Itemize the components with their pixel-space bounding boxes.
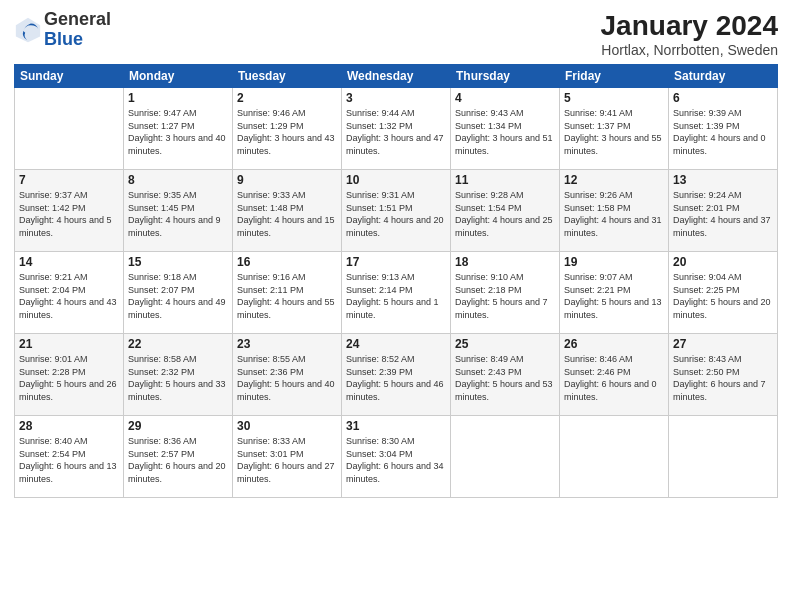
calendar-cell: 10Sunrise: 9:31 AM Sunset: 1:51 PM Dayli… bbox=[342, 170, 451, 252]
day-info: Sunrise: 9:43 AM Sunset: 1:34 PM Dayligh… bbox=[455, 107, 555, 157]
day-info: Sunrise: 9:28 AM Sunset: 1:54 PM Dayligh… bbox=[455, 189, 555, 239]
day-info: Sunrise: 9:37 AM Sunset: 1:42 PM Dayligh… bbox=[19, 189, 119, 239]
week-row-2: 7Sunrise: 9:37 AM Sunset: 1:42 PM Daylig… bbox=[15, 170, 778, 252]
day-number: 10 bbox=[346, 173, 446, 187]
day-number: 25 bbox=[455, 337, 555, 351]
week-row-3: 14Sunrise: 9:21 AM Sunset: 2:04 PM Dayli… bbox=[15, 252, 778, 334]
day-number: 20 bbox=[673, 255, 773, 269]
day-number: 17 bbox=[346, 255, 446, 269]
day-info: Sunrise: 9:31 AM Sunset: 1:51 PM Dayligh… bbox=[346, 189, 446, 239]
day-info: Sunrise: 9:16 AM Sunset: 2:11 PM Dayligh… bbox=[237, 271, 337, 321]
day-number: 14 bbox=[19, 255, 119, 269]
day-number: 12 bbox=[564, 173, 664, 187]
day-info: Sunrise: 9:21 AM Sunset: 2:04 PM Dayligh… bbox=[19, 271, 119, 321]
day-number: 6 bbox=[673, 91, 773, 105]
calendar-cell: 19Sunrise: 9:07 AM Sunset: 2:21 PM Dayli… bbox=[560, 252, 669, 334]
header: General Blue January 2024 Hortlax, Norrb… bbox=[14, 10, 778, 58]
calendar-cell: 5Sunrise: 9:41 AM Sunset: 1:37 PM Daylig… bbox=[560, 88, 669, 170]
day-number: 29 bbox=[128, 419, 228, 433]
day-number: 28 bbox=[19, 419, 119, 433]
day-number: 27 bbox=[673, 337, 773, 351]
header-friday: Friday bbox=[560, 65, 669, 88]
calendar-cell: 26Sunrise: 8:46 AM Sunset: 2:46 PM Dayli… bbox=[560, 334, 669, 416]
header-saturday: Saturday bbox=[669, 65, 778, 88]
day-info: Sunrise: 9:46 AM Sunset: 1:29 PM Dayligh… bbox=[237, 107, 337, 157]
day-info: Sunrise: 8:43 AM Sunset: 2:50 PM Dayligh… bbox=[673, 353, 773, 403]
day-headers-row: Sunday Monday Tuesday Wednesday Thursday… bbox=[15, 65, 778, 88]
calendar-cell: 17Sunrise: 9:13 AM Sunset: 2:14 PM Dayli… bbox=[342, 252, 451, 334]
day-info: Sunrise: 9:07 AM Sunset: 2:21 PM Dayligh… bbox=[564, 271, 664, 321]
day-info: Sunrise: 8:36 AM Sunset: 2:57 PM Dayligh… bbox=[128, 435, 228, 485]
calendar-cell: 31Sunrise: 8:30 AM Sunset: 3:04 PM Dayli… bbox=[342, 416, 451, 498]
day-number: 23 bbox=[237, 337, 337, 351]
day-number: 30 bbox=[237, 419, 337, 433]
calendar-cell: 16Sunrise: 9:16 AM Sunset: 2:11 PM Dayli… bbox=[233, 252, 342, 334]
calendar-cell bbox=[669, 416, 778, 498]
calendar-cell bbox=[451, 416, 560, 498]
calendar-cell: 21Sunrise: 9:01 AM Sunset: 2:28 PM Dayli… bbox=[15, 334, 124, 416]
header-wednesday: Wednesday bbox=[342, 65, 451, 88]
calendar-cell: 27Sunrise: 8:43 AM Sunset: 2:50 PM Dayli… bbox=[669, 334, 778, 416]
week-row-4: 21Sunrise: 9:01 AM Sunset: 2:28 PM Dayli… bbox=[15, 334, 778, 416]
day-number: 18 bbox=[455, 255, 555, 269]
day-number: 1 bbox=[128, 91, 228, 105]
calendar-cell: 14Sunrise: 9:21 AM Sunset: 2:04 PM Dayli… bbox=[15, 252, 124, 334]
day-number: 9 bbox=[237, 173, 337, 187]
day-info: Sunrise: 8:58 AM Sunset: 2:32 PM Dayligh… bbox=[128, 353, 228, 403]
logo-icon bbox=[14, 16, 42, 44]
calendar-table: Sunday Monday Tuesday Wednesday Thursday… bbox=[14, 64, 778, 498]
header-monday: Monday bbox=[124, 65, 233, 88]
logo-general: General bbox=[44, 10, 111, 30]
day-number: 4 bbox=[455, 91, 555, 105]
calendar-cell: 29Sunrise: 8:36 AM Sunset: 2:57 PM Dayli… bbox=[124, 416, 233, 498]
calendar-cell: 25Sunrise: 8:49 AM Sunset: 2:43 PM Dayli… bbox=[451, 334, 560, 416]
day-number: 7 bbox=[19, 173, 119, 187]
day-info: Sunrise: 8:46 AM Sunset: 2:46 PM Dayligh… bbox=[564, 353, 664, 403]
day-number: 3 bbox=[346, 91, 446, 105]
day-number: 15 bbox=[128, 255, 228, 269]
header-thursday: Thursday bbox=[451, 65, 560, 88]
calendar-cell: 30Sunrise: 8:33 AM Sunset: 3:01 PM Dayli… bbox=[233, 416, 342, 498]
calendar-cell: 2Sunrise: 9:46 AM Sunset: 1:29 PM Daylig… bbox=[233, 88, 342, 170]
calendar-cell: 3Sunrise: 9:44 AM Sunset: 1:32 PM Daylig… bbox=[342, 88, 451, 170]
calendar-cell: 18Sunrise: 9:10 AM Sunset: 2:18 PM Dayli… bbox=[451, 252, 560, 334]
day-info: Sunrise: 8:55 AM Sunset: 2:36 PM Dayligh… bbox=[237, 353, 337, 403]
day-number: 5 bbox=[564, 91, 664, 105]
day-number: 19 bbox=[564, 255, 664, 269]
main-container: General Blue January 2024 Hortlax, Norrb… bbox=[0, 0, 792, 612]
calendar-cell: 20Sunrise: 9:04 AM Sunset: 2:25 PM Dayli… bbox=[669, 252, 778, 334]
calendar-cell: 24Sunrise: 8:52 AM Sunset: 2:39 PM Dayli… bbox=[342, 334, 451, 416]
day-info: Sunrise: 9:35 AM Sunset: 1:45 PM Dayligh… bbox=[128, 189, 228, 239]
calendar-cell: 1Sunrise: 9:47 AM Sunset: 1:27 PM Daylig… bbox=[124, 88, 233, 170]
calendar-cell: 28Sunrise: 8:40 AM Sunset: 2:54 PM Dayli… bbox=[15, 416, 124, 498]
logo-blue: Blue bbox=[44, 30, 111, 50]
title-block: January 2024 Hortlax, Norrbotten, Sweden bbox=[601, 10, 778, 58]
calendar-cell: 8Sunrise: 9:35 AM Sunset: 1:45 PM Daylig… bbox=[124, 170, 233, 252]
day-number: 2 bbox=[237, 91, 337, 105]
day-number: 24 bbox=[346, 337, 446, 351]
day-info: Sunrise: 8:30 AM Sunset: 3:04 PM Dayligh… bbox=[346, 435, 446, 485]
day-number: 11 bbox=[455, 173, 555, 187]
header-sunday: Sunday bbox=[15, 65, 124, 88]
header-tuesday: Tuesday bbox=[233, 65, 342, 88]
calendar-cell bbox=[15, 88, 124, 170]
day-info: Sunrise: 9:26 AM Sunset: 1:58 PM Dayligh… bbox=[564, 189, 664, 239]
day-info: Sunrise: 9:47 AM Sunset: 1:27 PM Dayligh… bbox=[128, 107, 228, 157]
calendar-cell: 15Sunrise: 9:18 AM Sunset: 2:07 PM Dayli… bbox=[124, 252, 233, 334]
calendar-cell: 13Sunrise: 9:24 AM Sunset: 2:01 PM Dayli… bbox=[669, 170, 778, 252]
day-info: Sunrise: 9:13 AM Sunset: 2:14 PM Dayligh… bbox=[346, 271, 446, 321]
day-info: Sunrise: 8:52 AM Sunset: 2:39 PM Dayligh… bbox=[346, 353, 446, 403]
day-number: 26 bbox=[564, 337, 664, 351]
month-title: January 2024 bbox=[601, 10, 778, 42]
day-number: 22 bbox=[128, 337, 228, 351]
day-info: Sunrise: 9:10 AM Sunset: 2:18 PM Dayligh… bbox=[455, 271, 555, 321]
day-info: Sunrise: 9:18 AM Sunset: 2:07 PM Dayligh… bbox=[128, 271, 228, 321]
calendar-cell: 23Sunrise: 8:55 AM Sunset: 2:36 PM Dayli… bbox=[233, 334, 342, 416]
location-subtitle: Hortlax, Norrbotten, Sweden bbox=[601, 42, 778, 58]
calendar-cell: 22Sunrise: 8:58 AM Sunset: 2:32 PM Dayli… bbox=[124, 334, 233, 416]
day-number: 16 bbox=[237, 255, 337, 269]
logo-text: General Blue bbox=[44, 10, 111, 50]
calendar-cell: 6Sunrise: 9:39 AM Sunset: 1:39 PM Daylig… bbox=[669, 88, 778, 170]
day-info: Sunrise: 9:39 AM Sunset: 1:39 PM Dayligh… bbox=[673, 107, 773, 157]
logo: General Blue bbox=[14, 10, 111, 50]
